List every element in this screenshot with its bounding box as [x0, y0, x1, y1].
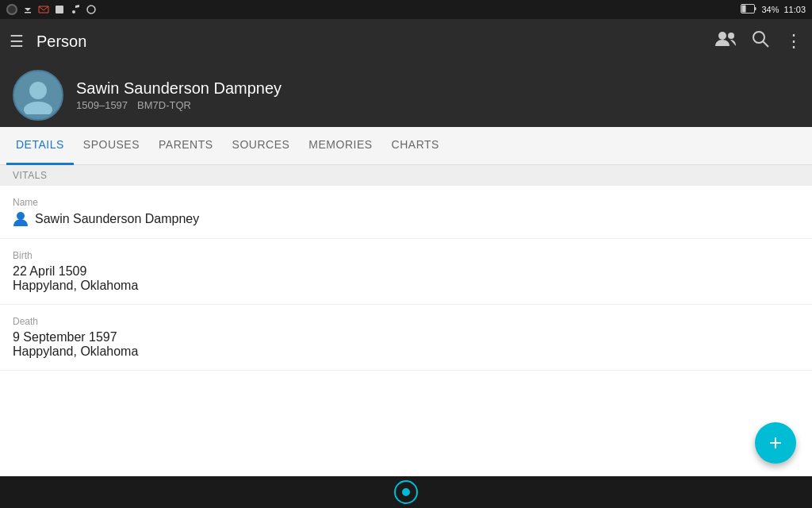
tab-sources[interactable]: SOURCES	[223, 127, 300, 165]
profile-name: Sawin Saunderson Dampney	[76, 79, 282, 98]
top-bar: ☰ Person ⋮	[0, 19, 812, 64]
more-options-icon[interactable]: ⋮	[785, 31, 802, 52]
profile-meta: 1509–1597 BM7D-TQR	[76, 99, 282, 111]
tab-parents[interactable]: PARENTS	[149, 127, 223, 165]
death-date: 9 September 1597	[13, 330, 799, 344]
person-icon	[13, 211, 29, 227]
svg-line-10	[763, 41, 768, 47]
battery-icon	[741, 4, 756, 15]
status-bar-left	[6, 4, 97, 15]
bottom-bar	[0, 476, 812, 508]
svg-point-13	[17, 212, 25, 220]
death-place: Happyland, Oklahoma	[13, 344, 799, 359]
svg-rect-5	[742, 6, 746, 13]
svg-rect-1	[56, 6, 63, 13]
note-icon	[54, 4, 65, 15]
svg-rect-6	[755, 7, 756, 10]
birth-date: 22 April 1509	[13, 264, 799, 279]
music-icon	[70, 4, 81, 15]
svg-point-9	[753, 32, 764, 43]
svg-point-8	[728, 33, 734, 39]
home-indicator[interactable]	[394, 480, 418, 504]
svg-point-7	[718, 32, 726, 40]
profile-id: BM7D-TQR	[137, 99, 191, 111]
death-row: Death 9 September 1597 Happyland, Oklaho…	[0, 305, 812, 371]
download-icon	[22, 4, 33, 15]
tab-memories[interactable]: MEMORIES	[299, 127, 381, 165]
birth-row: Birth 22 April 1509 Happyland, Oklahoma	[0, 239, 812, 305]
people-icon[interactable]	[715, 30, 736, 52]
vitals-section-header: VITALS	[0, 165, 812, 186]
extra-icon	[86, 4, 97, 15]
add-fab[interactable]: +	[755, 422, 796, 464]
top-bar-actions: ⋮	[715, 30, 802, 52]
home-dot	[402, 488, 410, 496]
tabs: DETAILS SPOUSES PARENTS SOURCES MEMORIES…	[0, 127, 812, 165]
name-label: Name	[13, 197, 799, 208]
battery-percentage: 34%	[761, 5, 779, 14]
search-icon[interactable]	[752, 30, 769, 52]
tab-details[interactable]: DETAILS	[6, 127, 74, 165]
birth-label: Birth	[13, 250, 799, 261]
svg-point-12	[24, 102, 52, 114]
name-value: Sawin Saunderson Dampney	[13, 211, 799, 227]
tab-spouses[interactable]: SPOUSES	[74, 127, 149, 165]
svg-point-2	[72, 10, 75, 13]
birth-place: Happyland, Oklahoma	[13, 279, 799, 293]
main-content: VITALS Name Sawin Saunderson Dampney Bir…	[0, 165, 812, 476]
svg-point-11	[29, 82, 47, 99]
svg-rect-0	[25, 12, 31, 13]
status-dot-1	[6, 4, 17, 15]
death-label: Death	[13, 316, 799, 327]
page-title: Person	[36, 33, 703, 51]
status-bar-right: 34% 11:03	[741, 4, 806, 15]
tab-charts[interactable]: CHARTS	[382, 127, 449, 165]
time-display: 11:03	[783, 5, 806, 14]
profile-info: Sawin Saunderson Dampney 1509–1597 BM7D-…	[76, 79, 282, 111]
svg-point-3	[87, 6, 95, 13]
profile-years: 1509–1597	[76, 99, 128, 111]
name-row: Name Sawin Saunderson Dampney	[0, 186, 812, 239]
profile-header: Sawin Saunderson Dampney 1509–1597 BM7D-…	[0, 64, 812, 127]
avatar	[13, 70, 63, 121]
status-bar: 34% 11:03	[0, 0, 812, 19]
gmail-icon	[38, 4, 49, 15]
menu-icon[interactable]: ☰	[10, 32, 24, 51]
